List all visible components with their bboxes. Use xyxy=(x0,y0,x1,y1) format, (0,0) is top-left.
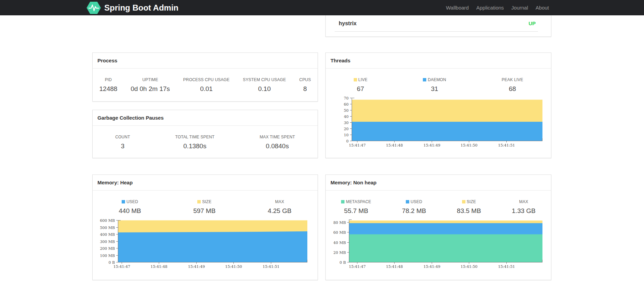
memory-heap-card: Memory: Heap USED440 MBSIZE597 MBMAX4.25… xyxy=(92,174,318,280)
stat-value: 8 xyxy=(299,85,311,93)
stat-label: MAX xyxy=(512,199,536,204)
nav-link-wallboard[interactable]: Wallboard xyxy=(442,0,473,15)
svg-text:15:41:50: 15:41:50 xyxy=(225,264,242,269)
gc-stats: COUNT3TOTAL TIME SPENT0.1380sMAX TIME SP… xyxy=(93,135,318,150)
memory-nonheap-legend: METASPACE55.7 MBUSED78.2 MBSIZE83.5 MBMA… xyxy=(326,199,551,215)
svg-text:30: 30 xyxy=(344,121,349,125)
nav-link-applications[interactable]: Applications xyxy=(473,0,508,15)
stat-value: 0.1380s xyxy=(175,142,214,150)
legend-marker xyxy=(423,78,426,81)
svg-text:40 MB: 40 MB xyxy=(333,241,346,245)
legend-marker xyxy=(122,200,125,203)
process-stats: PID12488UPTIME0d 0h 2m 17sPROCESS CPU US… xyxy=(93,77,318,93)
svg-text:50: 50 xyxy=(344,108,349,113)
threads-card-title: Threads xyxy=(326,53,551,69)
process-card: Process PID12488UPTIME0d 0h 2m 17sPROCES… xyxy=(92,52,318,102)
stat-label: PEAK LIVE xyxy=(502,77,523,82)
stat-live: LIVE67 xyxy=(354,77,368,93)
stat-label: SIZE xyxy=(193,199,215,204)
stat-label: MAX xyxy=(268,199,292,204)
stat-label: PROCESS CPU USAGE xyxy=(183,77,230,82)
stat-label: METASPACE xyxy=(341,199,371,204)
svg-text:80 MB: 80 MB xyxy=(333,221,346,225)
stat-value: 12488 xyxy=(99,85,118,93)
stat-value: 1.33 GB xyxy=(512,207,536,215)
svg-text:10: 10 xyxy=(344,133,349,137)
stat-label: SIZE xyxy=(457,199,481,204)
stat-value: 55.7 MB xyxy=(341,207,371,215)
svg-text:15:41:51: 15:41:51 xyxy=(498,264,515,269)
application-status-card: hystrix UP xyxy=(325,15,551,37)
stat-size: SIZE83.5 MB xyxy=(457,199,481,215)
legend-marker xyxy=(354,78,357,81)
gc-card-title: Garbage Collection Pauses xyxy=(93,110,318,126)
stat-label: USED xyxy=(402,199,426,204)
legend-marker xyxy=(197,200,201,203)
brand-title: Spring Boot Admin xyxy=(104,3,179,13)
memory-heap-chart: 0 B100 MB200 MB300 MB400 MB500 MB600 MB1… xyxy=(95,218,313,273)
stat-label: COUNT xyxy=(115,135,130,139)
stat-uptime: UPTIME0d 0h 2m 17s xyxy=(131,77,170,93)
stat-label: MAX TIME SPENT xyxy=(260,135,295,139)
stat-count: COUNT3 xyxy=(115,135,130,150)
stat-value: 0.01 xyxy=(183,85,230,93)
nav-link-about[interactable]: About xyxy=(532,0,553,15)
svg-text:500 MB: 500 MB xyxy=(100,226,115,230)
stat-max-time-spent: MAX TIME SPENT0.0840s xyxy=(260,135,295,150)
stat-label: UPTIME xyxy=(131,77,170,82)
svg-text:20 MB: 20 MB xyxy=(333,250,346,255)
legend-marker xyxy=(462,200,465,203)
stat-value: 440 MB xyxy=(119,207,141,215)
svg-text:15:41:48: 15:41:48 xyxy=(151,264,167,269)
threads-chart: 01020304050607015:41:4715:41:4815:41:491… xyxy=(328,96,547,152)
stat-peak-live: PEAK LIVE68 xyxy=(502,77,523,93)
stat-value: 67 xyxy=(354,85,368,93)
svg-text:15:41:47: 15:41:47 xyxy=(349,264,366,269)
legend-marker xyxy=(341,200,344,203)
svg-text:0: 0 xyxy=(346,139,349,143)
stat-label: PID xyxy=(99,77,118,82)
svg-text:300 MB: 300 MB xyxy=(100,240,115,244)
memory-heap-legend: USED440 MBSIZE597 MBMAX4.25 GB xyxy=(93,199,318,215)
stat-used: USED78.2 MB xyxy=(402,199,426,215)
memory-heap-card-title: Memory: Heap xyxy=(93,175,318,191)
stat-max: MAX1.33 GB xyxy=(512,199,536,215)
stat-value: 83.5 MB xyxy=(457,207,481,215)
stat-process-cpu-usage: PROCESS CPU USAGE0.01 xyxy=(183,77,230,93)
nav-links: Wallboard Applications Journal About xyxy=(442,0,553,15)
stat-cpus: CPUS8 xyxy=(299,77,311,93)
svg-text:100 MB: 100 MB xyxy=(100,254,115,258)
divider xyxy=(335,31,538,32)
gc-card: Garbage Collection Pauses COUNT3TOTAL TI… xyxy=(92,110,318,158)
svg-text:40: 40 xyxy=(344,115,349,119)
navbar: Spring Boot Admin Wallboard Applications… xyxy=(0,0,644,15)
stat-value: 78.2 MB xyxy=(402,207,426,215)
stat-label: CPUS xyxy=(299,77,311,82)
svg-text:200 MB: 200 MB xyxy=(100,246,115,251)
stat-pid: PID12488 xyxy=(99,77,118,93)
nav-link-journal[interactable]: Journal xyxy=(508,0,532,15)
stat-daemon: DAEMON31 xyxy=(423,77,446,93)
svg-text:15:41:51: 15:41:51 xyxy=(498,143,515,148)
svg-text:0 B: 0 B xyxy=(108,260,115,265)
svg-text:60 MB: 60 MB xyxy=(333,230,346,235)
stat-total-time-spent: TOTAL TIME SPENT0.1380s xyxy=(175,135,214,150)
svg-text:15:41:48: 15:41:48 xyxy=(386,264,403,269)
stat-value: 0d 0h 2m 17s xyxy=(131,85,170,93)
application-row: hystrix UP xyxy=(326,15,551,31)
brand-link[interactable]: Spring Boot Admin xyxy=(87,0,179,15)
threads-legend: LIVE67DAEMON31PEAK LIVE68 xyxy=(326,77,551,93)
stat-value: 4.25 GB xyxy=(268,207,292,215)
stat-used: USED440 MB xyxy=(119,199,141,215)
application-status-badge: UP xyxy=(528,20,536,26)
stat-label: TOTAL TIME SPENT xyxy=(175,135,214,139)
svg-text:60: 60 xyxy=(344,102,349,107)
stat-value: 31 xyxy=(423,85,446,93)
svg-text:15:41:50: 15:41:50 xyxy=(461,264,477,269)
stat-value: 0.0840s xyxy=(260,142,295,150)
stat-size: SIZE597 MB xyxy=(193,199,215,215)
stat-label: USED xyxy=(119,199,141,204)
application-name-link[interactable]: hystrix xyxy=(339,20,356,27)
stat-value: 0.10 xyxy=(243,85,286,93)
stat-value: 597 MB xyxy=(193,207,215,215)
